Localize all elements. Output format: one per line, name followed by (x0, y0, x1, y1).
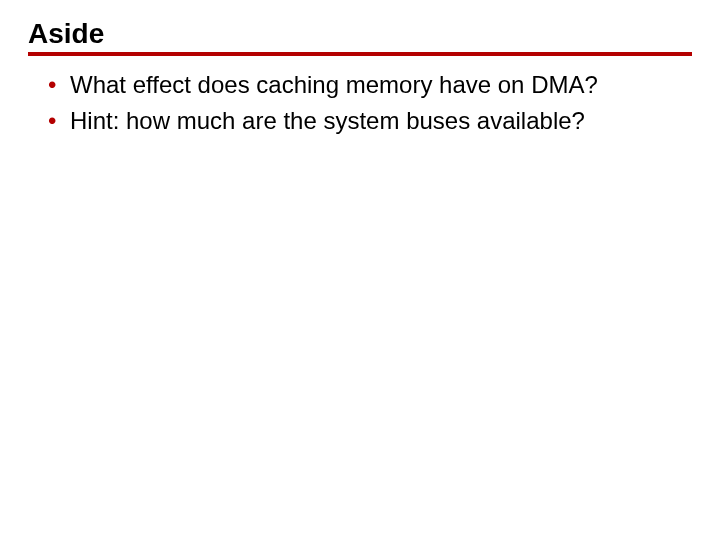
list-item: Hint: how much are the system buses avai… (48, 106, 684, 136)
slide: Aside What effect does caching memory ha… (0, 0, 720, 540)
slide-title: Aside (28, 18, 692, 50)
bullet-list: What effect does caching memory have on … (28, 70, 692, 136)
title-block: Aside (28, 18, 692, 56)
list-item: What effect does caching memory have on … (48, 70, 684, 100)
